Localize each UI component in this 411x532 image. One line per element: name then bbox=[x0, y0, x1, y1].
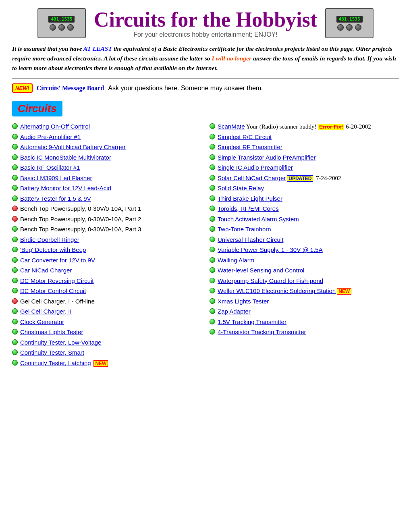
circuit-link[interactable]: Basic LM3909 Led Flasher bbox=[20, 175, 92, 181]
list-item: Birdie Doorbell Ringer bbox=[12, 235, 201, 245]
list-item: Two-Tone Trainhorn bbox=[210, 225, 399, 234]
bullet-icon bbox=[210, 206, 215, 211]
bullet-icon bbox=[12, 226, 18, 232]
bullet-icon bbox=[12, 319, 18, 324]
list-item: Alternating On-Off Control bbox=[12, 122, 201, 131]
list-item: Bench Top Powersupply, 0-30V/0-10A, Part… bbox=[12, 215, 201, 224]
bullet-icon bbox=[210, 123, 215, 129]
circuit-link[interactable]: Battery Monitor for 12V Lead-Acid bbox=[20, 185, 111, 191]
list-item: Xmas Lights Tester bbox=[210, 297, 399, 306]
list-item: Zap Adapter bbox=[210, 307, 399, 316]
bullet-icon bbox=[210, 308, 215, 314]
circuit-link[interactable]: Basic IC MonoStable Multivibrator bbox=[20, 154, 111, 161]
list-item: Wailing Alarm bbox=[210, 256, 399, 265]
circuit-link[interactable]: Clock Generator bbox=[20, 318, 64, 325]
bullet-icon bbox=[12, 329, 18, 335]
circuit-link[interactable]: Simple Transistor Audio PreAmplifier bbox=[218, 154, 316, 161]
bullet-icon bbox=[12, 237, 18, 242]
list-item: Variable Power Supply, 1 - 30V @ 1.5A bbox=[210, 245, 399, 255]
bullet-icon bbox=[12, 267, 18, 273]
msgboard-description: Ask your questions here. Someone may ans… bbox=[108, 85, 263, 92]
list-item: Basic LM3909 Led Flasher bbox=[12, 174, 201, 183]
list-item: Waterpump Safety Guard for Fish-pond bbox=[210, 276, 399, 286]
bullet-icon bbox=[12, 216, 18, 222]
bullet-icon bbox=[12, 308, 18, 314]
list-item: Water-level Sensing and Control bbox=[210, 266, 399, 275]
new-badge: NEW bbox=[337, 288, 351, 295]
circuit-link[interactable]: Wailing Alarm bbox=[218, 257, 254, 264]
circuit-link[interactable]: Christmas Lights Tester bbox=[20, 328, 83, 335]
list-item: Solid State Relay bbox=[210, 184, 399, 193]
title-block: Circuits for the Hobbyist For your elect… bbox=[94, 8, 317, 38]
circuit-link[interactable]: Battery Tester for 1.5 & 9V bbox=[20, 195, 91, 202]
circuit-link[interactable]: Continuity Tester, Smart bbox=[20, 349, 84, 356]
bullet-icon bbox=[12, 288, 18, 293]
list-item: Continuity Tester, Low-Voltage bbox=[12, 338, 201, 347]
circuit-link[interactable]: 'Bug' Detector with Beep bbox=[20, 246, 86, 253]
circuit-link[interactable]: Waterpump Safety Guard for Fish-pond bbox=[218, 277, 323, 284]
circuit-link[interactable]: 1.5V Tracking Transmitter bbox=[218, 318, 286, 325]
list-item: Universal Flasher Circuit bbox=[210, 235, 399, 245]
circuit-link[interactable]: Solid State Relay bbox=[218, 185, 264, 191]
circuit-link[interactable]: DC Motor Control Circuit bbox=[20, 287, 86, 294]
circuit-link[interactable]: Weller WLC100 Electronic Soldering Stati… bbox=[218, 287, 336, 294]
circuit-link[interactable]: Xmas Lights Tester bbox=[218, 298, 269, 305]
circuit-link[interactable]: DC Motor Reversing Circuit bbox=[20, 277, 94, 284]
circuit-link[interactable]: Birdie Doorbell Ringer bbox=[20, 236, 79, 243]
circuit-text: Bench Top Powersupply, 0-30V/0-10A, Part… bbox=[20, 205, 141, 212]
circuit-link[interactable]: Water-level Sensing and Control bbox=[218, 267, 304, 274]
bullet-icon bbox=[12, 123, 18, 129]
list-item: Automatic 9-Volt Nicad Battery Charger bbox=[12, 143, 201, 152]
circuit-link[interactable]: Single IC Audio Preamplifier bbox=[218, 164, 293, 171]
msgboard-link[interactable]: Circuits' Message Board bbox=[37, 85, 104, 92]
freq-display-right: 431.1535 bbox=[336, 16, 363, 23]
circuit-link[interactable]: Audio Pre-Amplifier #1 bbox=[20, 133, 81, 140]
circuit-link[interactable]: Car NiCad Charger bbox=[20, 267, 72, 274]
circuit-link[interactable]: Universal Flasher Circuit bbox=[218, 236, 283, 243]
freq-display-left: 431.1535 bbox=[48, 16, 75, 23]
circuit-link[interactable]: 4-Transistor Tracking Transmitter bbox=[218, 328, 306, 335]
bullet-icon bbox=[12, 257, 18, 263]
circuit-link[interactable]: ScanMate bbox=[218, 123, 245, 130]
list-item: Audio Pre-Amplifier #1 bbox=[12, 133, 201, 142]
circuit-link[interactable]: Two-Tone Trainhorn bbox=[218, 226, 271, 233]
bullet-icon bbox=[210, 164, 215, 170]
list-item: 1.5V Tracking Transmitter bbox=[210, 318, 399, 327]
bullet-icon bbox=[12, 154, 18, 160]
knob-6 bbox=[355, 24, 361, 31]
list-item: Toroids, RF/EMI Cores bbox=[210, 204, 399, 214]
list-item: Continuity Tester, Latching NEW bbox=[12, 359, 201, 368]
circuit-link[interactable]: Third Brake Light Pulser bbox=[218, 195, 282, 202]
list-item: Clock Generator bbox=[12, 318, 201, 327]
circuit-link[interactable]: Solar Cell NiCad Charger bbox=[218, 175, 286, 181]
list-item: Single IC Audio Preamplifier bbox=[210, 163, 399, 172]
circuit-link[interactable]: Zap Adapter bbox=[218, 308, 251, 315]
new-badge: NEW bbox=[93, 360, 108, 367]
bullet-icon bbox=[12, 164, 18, 170]
knobs-right bbox=[337, 24, 361, 31]
list-item: Car NiCad Charger bbox=[12, 266, 201, 275]
circuit-link[interactable]: Touch Activated Alarm System bbox=[218, 216, 299, 222]
right-column: ScanMate Your (Radio) scanner buddy! Err… bbox=[206, 122, 399, 369]
list-item: Simple Transistor Audio PreAmplifier bbox=[210, 153, 399, 162]
circuit-link[interactable]: Variable Power Supply, 1 - 30V @ 1.5A bbox=[218, 246, 323, 253]
circuit-link[interactable]: Basic RF Oscillator #1 bbox=[20, 164, 80, 171]
list-item: 4-Transistor Tracking Transmitter bbox=[210, 328, 399, 337]
circuit-link[interactable]: Simplest R/C Circuit bbox=[218, 133, 272, 140]
bullet-icon bbox=[12, 206, 18, 211]
intro-text: It is assumed that you have AT LEAST the… bbox=[12, 44, 399, 73]
circuits-heading: Circuits bbox=[12, 101, 62, 116]
circuit-link[interactable]: Toroids, RF/EMI Cores bbox=[218, 205, 279, 212]
msgboard-row: NEW! Circuits' Message Board Ask your qu… bbox=[12, 83, 399, 93]
list-item: Touch Activated Alarm System bbox=[210, 215, 399, 224]
circuit-link[interactable]: Simplest RF Transmitter bbox=[218, 143, 282, 150]
circuit-link[interactable]: Gel Cell Charger, II bbox=[20, 308, 72, 315]
circuit-link[interactable]: Continuity Tester, Low-Voltage bbox=[20, 339, 102, 346]
circuit-link[interactable]: Automatic 9-Volt Nicad Battery Charger bbox=[20, 143, 126, 150]
circuit-link[interactable]: Continuity Tester, Latching bbox=[20, 360, 91, 366]
knob-4 bbox=[337, 24, 344, 31]
circuit-link[interactable]: Alternating On-Off Control bbox=[20, 123, 90, 130]
left-column: Alternating On-Off ControlAudio Pre-Ampl… bbox=[12, 122, 206, 369]
bullet-icon bbox=[12, 185, 18, 191]
circuit-link[interactable]: Car Converter for 12V to 9V bbox=[20, 257, 95, 264]
